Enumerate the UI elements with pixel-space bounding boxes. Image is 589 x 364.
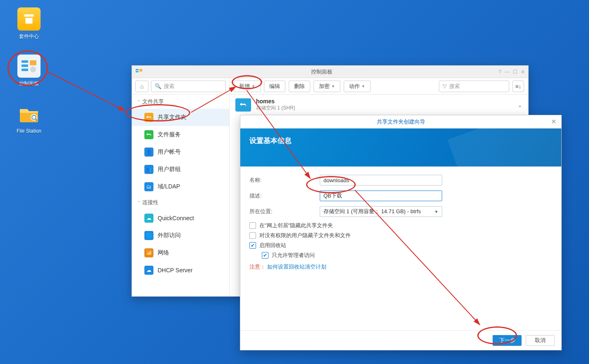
sidebar-item-user-group[interactable]: 👥用户群组 (132, 161, 229, 178)
desktop-icon-label: 控制面板 (12, 80, 45, 87)
file-station-icon (17, 102, 41, 126)
sidebar-section-connectivity[interactable]: ˄连接性 (132, 195, 229, 209)
sidebar: ⌂ 🔍 搜索 ˄文件共享 ⮪共享文件夹 ⮪文件服务 👤用户帐号 👥用户群组 🗂域… (132, 78, 230, 296)
search-icon: 🔍 (155, 83, 161, 89)
wizard-footer: 下一步 取消 (240, 330, 561, 350)
wizard-header: 设置基本信息 (240, 128, 561, 167)
sidebar-item-network[interactable]: 📶网络 (132, 244, 229, 262)
dhcp-icon: ☁ (144, 266, 153, 275)
close-button[interactable]: ✕ (551, 118, 556, 126)
ldap-icon: 🗂 (144, 182, 153, 191)
maximize-button[interactable]: ☐ (513, 69, 517, 75)
sidebar-item-dhcp[interactable]: ☁DHCP Server (132, 262, 229, 279)
svg-point-4 (30, 67, 36, 72)
control-panel-icon (135, 68, 143, 76)
svg-rect-1 (22, 64, 28, 67)
sort-button[interactable]: ≡↓ (512, 81, 524, 92)
svg-line-11 (46, 71, 125, 111)
chevron-down-icon: ▼ (434, 209, 438, 214)
desktop-icon-package-center[interactable]: 套件中心 (12, 7, 45, 40)
desktop-icon-label: 套件中心 (12, 33, 45, 40)
svg-rect-3 (30, 60, 36, 65)
cloud-icon: ☁ (144, 214, 153, 223)
checkbox-icon (249, 222, 256, 229)
shared-folder-row-homes[interactable]: ⮪ homes 存储空间 1 (SHR) ⌄ (230, 95, 528, 115)
svg-rect-0 (22, 60, 28, 63)
desktop-icon-file-station[interactable]: File Station (12, 102, 45, 134)
filter-icon: ▽ (443, 83, 447, 89)
create-shared-folder-wizard: 共享文件夹创建向导 ✕ 设置基本信息 名称: 描述: 所在位置: 存储空间 1 … (240, 115, 562, 350)
shared-folder-icon: ⮪ (235, 98, 251, 112)
location-label: 所在位置: (249, 208, 320, 215)
globe-icon: 🌐 (144, 231, 153, 240)
hide-in-network-checkbox[interactable]: 在"网上邻居"隐藏此共享文件夹 (249, 222, 552, 229)
folder-share-icon: ⮪ (144, 113, 153, 122)
sidebar-search[interactable]: 🔍 搜索 (151, 81, 226, 92)
action-button[interactable]: 动作▼ (344, 81, 371, 92)
svg-rect-10 (139, 69, 142, 71)
user-icon: 👤 (144, 148, 153, 157)
desktop-icon-label: File Station (12, 128, 45, 134)
sidebar-item-user-account[interactable]: 👤用户帐号 (132, 143, 229, 161)
encrypt-button[interactable]: 加密▼ (314, 81, 340, 92)
folder-location: 存储空间 1 (SHR) (256, 105, 295, 112)
recycle-note: 注意： 如何设置回收站清空计划 (249, 263, 552, 271)
folder-name: homes (256, 98, 295, 105)
desc-label: 描述: (249, 192, 320, 200)
chevron-down-icon: ▼ (331, 84, 335, 88)
close-button[interactable]: ✕ (521, 69, 525, 75)
svg-rect-9 (136, 71, 139, 72)
search-placeholder: 搜索 (164, 83, 175, 90)
hide-no-perm-checkbox[interactable]: 对没有权限的用户隐藏子文件夹和文件 (249, 232, 552, 239)
name-input[interactable] (320, 175, 442, 186)
control-panel-icon (17, 55, 41, 78)
toolbar: 新增▼ 编辑 删除 加密▼ 动作▼ ▽搜索 ≡↓ (230, 78, 528, 95)
checkbox-icon (249, 232, 256, 239)
desc-input[interactable] (320, 190, 442, 201)
location-select[interactable]: 存储空间 1 (可用容量： 14.71 GB) - btrfs ▼ (320, 206, 442, 217)
home-button[interactable]: ⌂ (135, 81, 148, 92)
toolbar-search[interactable]: ▽搜索 (439, 81, 509, 92)
recycle-schedule-link[interactable]: 如何设置回收站清空计划 (267, 264, 326, 270)
window-titlebar[interactable]: 控制面板 ? — ☐ ✕ (132, 66, 528, 78)
help-button[interactable]: ? (498, 69, 501, 75)
window-controls: ? — ☐ ✕ (498, 69, 525, 75)
minimize-button[interactable]: — (505, 69, 510, 75)
sidebar-item-external-access[interactable]: 🌐外部访问 (132, 227, 229, 244)
name-label: 名称: (249, 176, 320, 184)
checkbox-checked-icon: ✔ (262, 252, 268, 259)
sidebar-item-domain-ldap[interactable]: 🗂域/LDAP (132, 178, 229, 195)
window-title: 控制面板 (145, 68, 498, 76)
desktop-icon-control-panel[interactable]: 控制面板 (12, 55, 45, 87)
sidebar-item-shared-folder[interactable]: ⮪共享文件夹 (132, 109, 229, 126)
delete-button[interactable]: 删除 (289, 81, 310, 92)
file-service-icon: ⮪ (144, 130, 153, 139)
svg-rect-2 (22, 69, 28, 71)
svg-rect-8 (136, 69, 139, 70)
sidebar-item-quickconnect[interactable]: ☁QuickConnect (132, 209, 229, 227)
sidebar-section-file-sharing[interactable]: ˄文件共享 (132, 95, 229, 109)
chevron-down-icon: ▼ (251, 84, 255, 88)
admin-only-checkbox[interactable]: ✔ 只允许管理者访问 (262, 252, 552, 259)
cancel-button[interactable]: 取消 (526, 335, 555, 346)
group-icon: 👥 (144, 165, 153, 174)
sidebar-item-file-service[interactable]: ⮪文件服务 (132, 126, 229, 143)
enable-recycle-checkbox[interactable]: ✔ 启用回收站 (249, 242, 552, 249)
wizard-title: 共享文件夹创建向导 (377, 118, 425, 126)
edit-button[interactable]: 编辑 (264, 81, 285, 92)
wizard-body: 名称: 描述: 所在位置: 存储空间 1 (可用容量： 14.71 GB) - … (240, 167, 561, 275)
wizard-titlebar[interactable]: 共享文件夹创建向导 ✕ (240, 115, 561, 128)
next-button[interactable]: 下一步 (493, 335, 522, 346)
chevron-down-icon: ▼ (362, 84, 365, 88)
package-center-icon (17, 7, 41, 31)
chevron-down-icon[interactable]: ⌄ (517, 102, 522, 108)
checkbox-checked-icon: ✔ (249, 242, 256, 249)
network-icon: 📶 (144, 248, 153, 257)
add-button[interactable]: 新增▼ (234, 81, 261, 92)
